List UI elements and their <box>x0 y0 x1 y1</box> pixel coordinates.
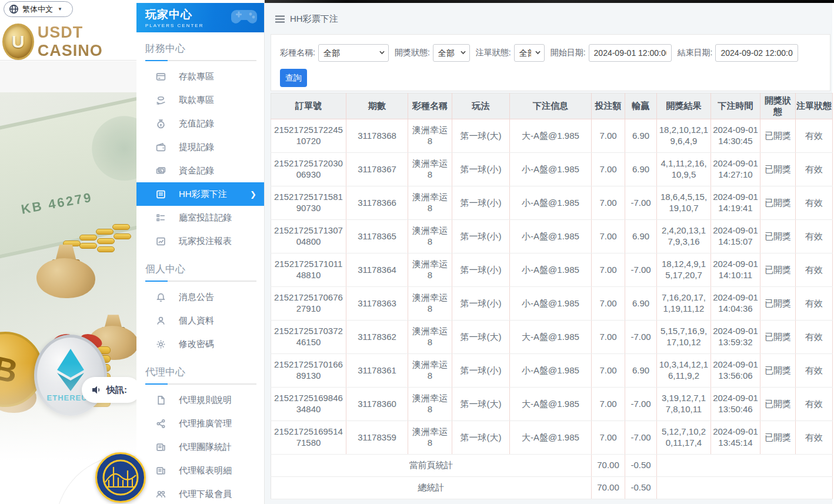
table-cell: 6.90 <box>625 287 657 321</box>
start-date-input[interactable] <box>589 44 672 62</box>
table-cell: 5,12,7,10,20,11,17,4 <box>657 421 711 455</box>
table-cell: 有效 <box>796 388 833 421</box>
table-cell: 5,15,7,16,9,17,10,12 <box>657 321 711 354</box>
column-header: 期數 <box>346 94 408 119</box>
table-cell: 有效 <box>796 354 833 388</box>
table-row[interactable]: 215217251706762791031178363澳洲幸运8第一球(小)小-… <box>271 287 833 321</box>
sidebar-item-funds-record[interactable]: 資金記錄 <box>136 159 265 182</box>
chevron-right-icon: ❯ <box>250 190 256 199</box>
sidebar-item-deposit-zone[interactable]: 存款專區 <box>136 65 265 88</box>
table-row[interactable]: 215217251722451072031178368澳洲幸运8第一球(大)大-… <box>271 119 833 153</box>
table-cell: 18,6,4,5,15,19,10,7 <box>657 186 711 220</box>
table-cell: -7.00 <box>625 321 657 354</box>
summary-winloss-total: -0.50 <box>625 455 657 477</box>
table-cell: 澳洲幸运8 <box>408 186 452 220</box>
summary-row: 總統計70.00-0.50 <box>271 477 833 499</box>
left-panel: KB 46279 B <box>0 0 136 504</box>
table-cell: 小-A盤@1.985 <box>510 186 592 220</box>
table-cell: 7.00 <box>592 153 625 186</box>
column-header: 下注信息 <box>510 94 592 119</box>
table-cell: 大-A盤@1.985 <box>510 119 592 153</box>
table-cell: 18,12,4,9,15,17,20,7 <box>657 253 711 287</box>
table-cell: 已開獎 <box>760 421 796 455</box>
table-cell: 已開獎 <box>760 388 796 421</box>
order-status-select[interactable]: 全部 <box>514 44 545 62</box>
table-cell: 有效 <box>796 186 833 220</box>
money-bag-icon <box>36 242 95 298</box>
table-row[interactable]: 215217251720300693031178367澳洲幸运8第一球(小)小-… <box>271 153 833 186</box>
language-selector[interactable]: 繁体中文 ▼ <box>4 1 73 17</box>
table-cell: 2024-09-01 14:15:07 <box>711 220 760 253</box>
table-cell: 第一球(大) <box>452 119 510 153</box>
speaker-icon <box>91 385 102 395</box>
table-row[interactable]: 215217251701668913031178361澳洲幸运8第一球(小)小-… <box>271 354 833 388</box>
hamburger-icon[interactable] <box>275 15 285 23</box>
table-cell: 31178365 <box>346 220 408 253</box>
sidebar-item-agent-sub-members[interactable]: 代理下級會員 <box>136 482 265 504</box>
table-row[interactable]: 215217251715819073031178366澳洲幸运8第一球(小)小-… <box>271 186 833 220</box>
sidebar-item-withdrawal-record[interactable]: 提現記錄 <box>136 135 265 159</box>
column-header: 玩法 <box>452 94 510 119</box>
table-cell: 2024-09-01 14:04:36 <box>711 287 760 321</box>
lottery-name-select[interactable]: 全部 <box>318 44 389 62</box>
language-label: 繁体中文 <box>22 4 53 15</box>
banknote-icon <box>156 166 166 176</box>
table-cell: 第一球(小) <box>452 153 510 186</box>
table-cell: 小-A盤@1.985 <box>510 153 592 186</box>
sidebar-item-announcements[interactable]: 消息公告 <box>136 285 265 309</box>
table-cell: 澳洲幸运8 <box>408 253 452 287</box>
column-header: 投注額 <box>592 94 625 119</box>
table-cell: 已開獎 <box>760 119 796 153</box>
money-photo: KB 46279 B <box>0 92 136 504</box>
sidebar-item-label: 存款專區 <box>179 71 214 82</box>
sidebar-item-label: 修改密碼 <box>179 339 214 350</box>
table-row[interactable]: 215217251713070480031178365澳洲幸运8第一球(小)小-… <box>271 220 833 253</box>
sidebar-item-player-bet-report[interactable]: 玩家投注報表 <box>136 229 265 253</box>
table-cell: 6.90 <box>625 220 657 253</box>
sidebar-item-agent-rules[interactable]: 代理規則說明 <box>136 388 265 412</box>
users-icon <box>156 489 166 499</box>
column-header: 輸贏 <box>625 94 657 119</box>
end-date-input[interactable] <box>715 44 798 62</box>
table-cell: 第一球(小) <box>452 253 510 287</box>
sidebar-item-withdraw-zone[interactable]: 取款專區 <box>136 88 265 112</box>
table-cell: 澳洲幸运8 <box>408 153 452 186</box>
table-row[interactable]: 215217251703724615031178362澳洲幸运8第一球(大)大-… <box>271 321 833 354</box>
lottery-name-label: 彩種名稱: <box>280 48 315 58</box>
search-button[interactable]: 查詢 <box>280 69 307 87</box>
main-content: HH彩票下注 彩種名稱: 全部 開獎狀態: 全部 注單狀態: <box>265 3 832 504</box>
draw-status-select[interactable]: 全部 <box>433 44 470 62</box>
sidebar-item-label: 代理下級會員 <box>179 489 232 500</box>
table-cell: 2152172517224510720 <box>271 119 346 153</box>
globe-icon <box>9 4 19 14</box>
table-cell: 2024-09-01 13:50:46 <box>711 388 760 421</box>
sidebar-item-lottery-bets[interactable]: HH彩票下注❯ <box>136 182 265 206</box>
brand-logo[interactable]: U USDT CASINO <box>2 24 136 60</box>
table-cell: 第一球(大) <box>452 321 510 354</box>
table-cell: 2024-09-01 14:27:10 <box>711 153 760 186</box>
table-row[interactable]: 215217251698463484031178360澳洲幸运8第一球(大)大-… <box>271 388 833 421</box>
table-row[interactable]: 215217251695147158031178359澳洲幸运8第一球(大)大-… <box>271 421 833 455</box>
table-row[interactable]: 215217251710114881031178364澳洲幸运8第一球(小)小-… <box>271 253 833 287</box>
sidebar-item-profile[interactable]: 個人資料 <box>136 309 265 332</box>
sidebar-item-change-password[interactable]: 修改密碼 <box>136 332 265 356</box>
sidebar-item-agent-report-detail[interactable]: 代理報表明細 <box>136 459 265 482</box>
sidebar-item-label: 代理團隊統計 <box>179 442 232 453</box>
table-cell: 有效 <box>796 119 833 153</box>
sidebar-item-label: 代理規則說明 <box>179 395 232 406</box>
hand-money-icon <box>156 95 166 105</box>
sidebar-item-agent-team-stats[interactable]: 代理團隊統計 <box>136 435 265 459</box>
table-cell: -7.00 <box>625 253 657 287</box>
table-cell: 7.00 <box>592 253 625 287</box>
section-title: 代理中心 <box>136 356 265 383</box>
news-ticker[interactable]: 快訊: <box>82 377 136 403</box>
sidebar-item-room-bet-record[interactable]: 廳室投註記錄 <box>136 206 265 229</box>
table-cell: 2152172516984634840 <box>271 388 346 421</box>
sidebar-item-agent-promotion[interactable]: 代理推廣管理 <box>136 412 265 435</box>
table-cell: 2024-09-01 14:10:11 <box>711 253 760 287</box>
table-cell: 2152172516951471580 <box>271 421 346 455</box>
table-cell: 7.00 <box>592 220 625 253</box>
table-cell: 31178362 <box>346 321 408 354</box>
sidebar-item-recharge-record[interactable]: 充值記錄 <box>136 112 265 135</box>
table-cell: 2024-09-01 14:30:45 <box>711 119 760 153</box>
